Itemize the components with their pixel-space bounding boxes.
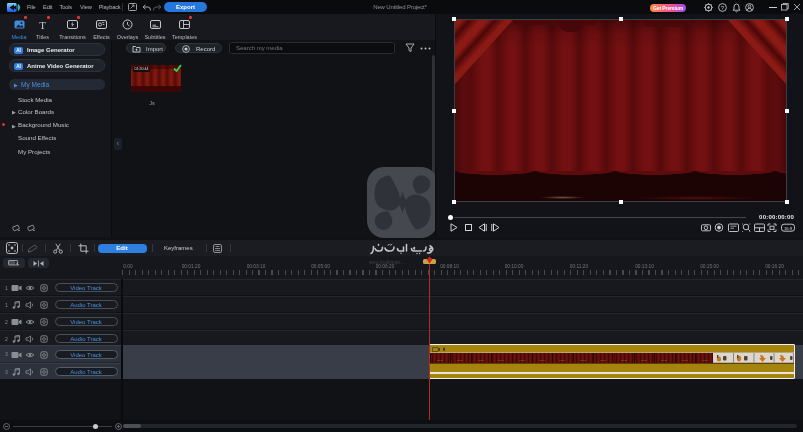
- svg-text:T: T: [39, 19, 46, 30]
- svg-text:?: ?: [720, 5, 724, 11]
- svg-text:16:9: 16:9: [784, 226, 793, 231]
